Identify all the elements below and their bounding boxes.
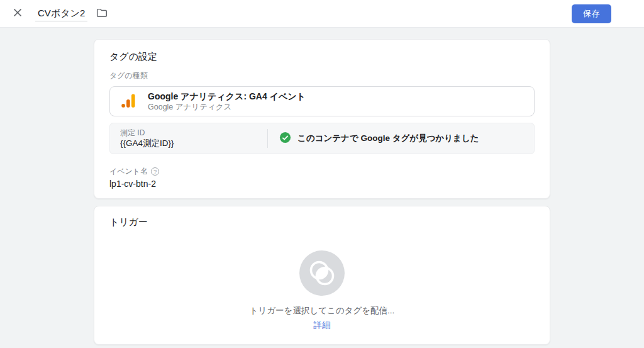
tag-name-field[interactable]: CVボタン2 xyxy=(35,6,87,21)
trigger-heading: トリガー xyxy=(109,216,535,228)
google-analytics-icon xyxy=(120,93,136,111)
measurement-id-label: 測定 ID xyxy=(120,128,257,137)
measurement-id-block: 測定 ID {{GA4測定ID}} xyxy=(110,128,267,149)
trigger-icon xyxy=(299,288,345,298)
tag-type-vendor: Google アナリティクス xyxy=(148,103,306,112)
google-tag-status-text: このコンテナで Google タグが見つかりました xyxy=(297,133,479,144)
choose-trigger-button[interactable] xyxy=(299,250,345,296)
tag-type-label: タグの種類 xyxy=(109,71,535,80)
main-content: タグの設定 タグの種類 Google アナリティクス: GA4 イベント Goo… xyxy=(0,28,644,345)
tag-type-text: Google アナリティクス: GA4 イベント Google アナリティクス xyxy=(148,91,306,112)
close-button[interactable] xyxy=(9,5,26,23)
tag-type-selector[interactable]: Google アナリティクス: GA4 イベント Google アナリティクス xyxy=(109,86,535,116)
more-options-button[interactable] xyxy=(618,5,635,23)
help-icon[interactable]: ? xyxy=(151,167,159,176)
trigger-placeholder-text: トリガーを選択してこのタグを配信... xyxy=(250,306,395,316)
folder-icon xyxy=(96,7,108,21)
trigger-card: トリガー トリガーを選択してこのタグを配信... 詳細 xyxy=(94,206,550,345)
check-circle-icon xyxy=(279,132,291,145)
measurement-id-value: {{GA4測定ID}} xyxy=(120,138,257,149)
event-name-label-row: イベント名 ? xyxy=(109,167,535,176)
trigger-empty-state: トリガーを選択してこのタグを配信... 詳細 xyxy=(109,250,535,330)
folder-button[interactable] xyxy=(92,5,110,23)
top-bar: CVボタン2 保存 xyxy=(0,0,644,28)
tag-type-name: Google アナリティクス: GA4 イベント xyxy=(148,91,306,102)
measurement-id-panel: 測定 ID {{GA4測定ID}} このコンテナで Google タグが見つかり… xyxy=(109,123,535,154)
google-tag-status: このコンテナで Google タグが見つかりました xyxy=(268,132,491,145)
tag-config-heading: タグの設定 xyxy=(109,51,535,62)
event-name-label: イベント名 xyxy=(109,167,148,176)
details-link[interactable]: 詳細 xyxy=(314,320,331,330)
save-button[interactable]: 保存 xyxy=(572,4,611,23)
event-name-value: lp1-cv-btn-2 xyxy=(109,179,535,189)
tag-configuration-card: タグの設定 タグの種類 Google アナリティクス: GA4 イベント Goo… xyxy=(94,39,550,199)
close-icon xyxy=(13,8,23,20)
